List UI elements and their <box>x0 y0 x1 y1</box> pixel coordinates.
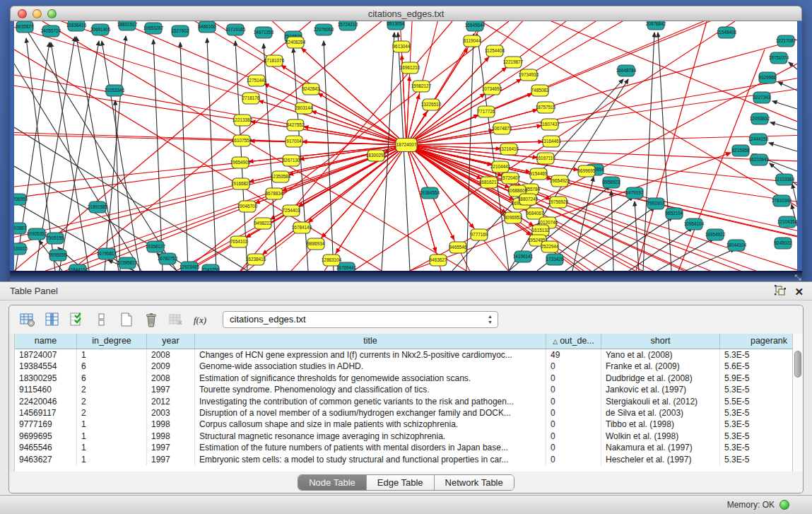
graph-node[interactable]: 10905352 <box>27 228 47 240</box>
graph-node[interactable]: 8119044 <box>464 35 481 47</box>
table-cell[interactable]: 5.3E-5 <box>720 454 792 465</box>
graph-node[interactable]: 20876842 <box>646 21 666 30</box>
graph-node[interactable]: 19384554 <box>420 187 440 199</box>
graph-node[interactable]: 15724218 <box>338 21 358 30</box>
graph-node[interactable]: 16107554 <box>232 135 252 146</box>
graph-node[interactable]: 11548408 <box>717 27 736 38</box>
graph-node[interactable]: 2718176 <box>242 93 260 104</box>
graph-node[interactable]: 2522944 <box>541 241 559 252</box>
table-cell[interactable]: Estimation of the future numbers of pati… <box>195 442 546 453</box>
table-row[interactable]: 977716911998Corpus callosum shape and si… <box>15 419 792 430</box>
table-cell[interactable]: 0 <box>546 361 601 372</box>
window-titlebar[interactable]: citations_edges.txt <box>10 6 802 21</box>
graph-node[interactable]: 18044104 <box>726 240 747 251</box>
graph-node[interactable]: 2803144 <box>295 103 313 114</box>
table-cell[interactable]: 9463627 <box>15 454 77 465</box>
column-header-short[interactable]: short <box>601 334 720 349</box>
graph-node[interactable]: 6466160 <box>199 21 216 33</box>
table-cell[interactable]: 6 <box>77 373 147 384</box>
graph-node[interactable]: 18300295 <box>366 150 387 161</box>
table-cell[interactable]: 0 <box>546 419 601 430</box>
graph-node[interactable]: 9886934 <box>307 238 325 250</box>
graph-node[interactable]: 21053346 <box>105 85 125 96</box>
table-selector-combo[interactable]: citations_edges.txt ▲▼ <box>223 311 498 328</box>
table-row[interactable]: 969969511998Structural magnetic resonanc… <box>15 431 792 442</box>
table-row[interactable]: 911546021997Tourette syndrome. Phenomeno… <box>15 384 792 395</box>
graph-node[interactable]: 9463627 <box>430 255 447 266</box>
table-cell[interactable]: 0 <box>546 431 601 442</box>
graph-node[interactable]: 16784149 <box>292 222 312 233</box>
graph-node[interactable]: 16954922 <box>705 229 726 240</box>
graph-node[interactable]: 9777169 <box>471 229 488 240</box>
column-header-name[interactable]: name <box>15 334 77 349</box>
graph-node[interactable]: 11254408 <box>485 45 505 57</box>
table-cell[interactable]: 2 <box>77 396 147 407</box>
graph-node[interactable]: 16648784 <box>616 65 637 76</box>
table-mode-icon[interactable] <box>19 311 36 328</box>
table-cell[interactable]: 14569117 <box>15 407 77 419</box>
table-cell[interactable]: 0 <box>546 442 601 453</box>
graph-node[interactable]: 16961210 <box>400 62 420 74</box>
graph-node[interactable]: 9995055 <box>49 250 67 261</box>
graph-node[interactable]: 1527602 <box>172 25 189 37</box>
graph-node[interactable]: 9852104 <box>666 208 683 219</box>
graph-node[interactable]: 9699695 <box>578 165 596 177</box>
graph-node[interactable]: 12923485 <box>180 262 200 271</box>
graph-node[interactable]: 9613044 <box>393 41 411 52</box>
graph-node[interactable]: 22408284 <box>286 37 306 48</box>
column-header-out-de-[interactable]: △out_de... <box>546 334 601 349</box>
table-cell[interactable]: 6 <box>77 361 147 372</box>
function-builder-icon[interactable]: f(x) <box>192 311 209 328</box>
graph-node[interactable]: 10719185 <box>225 24 246 35</box>
table-row[interactable]: 2242004622012Investigating the contribut… <box>15 396 792 407</box>
float-panel-icon[interactable] <box>775 285 786 299</box>
graph-node[interactable]: 16816217 <box>479 177 500 188</box>
cell-pair-icon[interactable] <box>93 311 110 328</box>
graph-node[interactable]: 9245022 <box>775 238 792 249</box>
network-canvas[interactable]: 8835827240557241683641620691406188315171… <box>14 21 797 271</box>
table-cell[interactable]: Nakamura et al. (1997) <box>601 442 720 453</box>
table-cell[interactable]: 1997 <box>147 384 195 395</box>
graph-node[interactable]: 18831517 <box>117 21 138 30</box>
graph-node[interactable]: 13226510 <box>421 99 442 110</box>
table-cell[interactable]: Embryonic stem cells: a model to study s… <box>195 454 546 465</box>
graph-node[interactable]: 12863104 <box>322 255 342 266</box>
table-cell[interactable]: Tourette syndrome. Phenomenology and cla… <box>195 384 546 395</box>
table-cell[interactable]: 5.3E-5 <box>720 384 792 395</box>
graph-node[interactable]: 8835827 <box>16 21 34 33</box>
graph-node[interactable]: 16836416 <box>66 21 87 31</box>
graph-node[interactable]: 16530015 <box>14 243 28 255</box>
table-cell[interactable]: Investigating the contribution of common… <box>195 396 546 407</box>
table-cell[interactable]: 1 <box>77 442 147 453</box>
graph-node[interactable]: 13216410 <box>499 144 519 155</box>
graph-node[interactable]: 20691406 <box>90 24 111 35</box>
graph-node[interactable]: 16167110 <box>536 153 555 164</box>
tab-edge-table[interactable]: Edge Table <box>367 475 435 490</box>
graph-node[interactable]: 16782753 <box>158 253 178 264</box>
table-cell[interactable]: 0 <box>546 454 601 465</box>
graph-node[interactable]: 10653287 <box>143 23 164 34</box>
table-cell[interactable]: 1 <box>77 454 147 465</box>
graph-node[interactable]: 9242843 <box>302 83 320 95</box>
graph-node[interactable]: 7654103 <box>230 236 248 247</box>
table-cell[interactable]: 5.3E-5 <box>720 419 792 430</box>
graph-node[interactable]: 21891585 <box>88 201 108 213</box>
table-cell[interactable]: 9777169 <box>15 419 77 430</box>
table-cell[interactable]: 0 <box>546 384 601 395</box>
table-cell[interactable]: 2008 <box>147 349 195 361</box>
tab-network-table[interactable]: Network Table <box>435 475 514 490</box>
table-cell[interactable]: 2 <box>77 384 147 395</box>
graph-node[interactable]: 7254403 <box>283 205 300 216</box>
network-view[interactable]: 8835827240557241683641620691406188315171… <box>10 21 802 271</box>
table-cell[interactable]: Changes of HCN gene expression and I(f) … <box>195 349 546 361</box>
graph-node[interactable]: 25206950 <box>14 194 28 205</box>
graph-node[interactable]: 17181076 <box>264 55 285 66</box>
table-cell[interactable]: 1998 <box>147 419 195 430</box>
graph-node[interactable]: 11607437 <box>540 119 560 130</box>
graph-node[interactable]: 12093832 <box>750 113 770 124</box>
column-header-pagerank[interactable]: pagerank <box>720 334 792 349</box>
column-header-year[interactable]: year <box>147 334 195 349</box>
graph-node[interactable]: 10674873 <box>492 123 512 134</box>
table-cell[interactable]: Dudbridge et al. (2008) <box>601 373 720 384</box>
graph-node[interactable]: 14196141 <box>513 251 534 262</box>
